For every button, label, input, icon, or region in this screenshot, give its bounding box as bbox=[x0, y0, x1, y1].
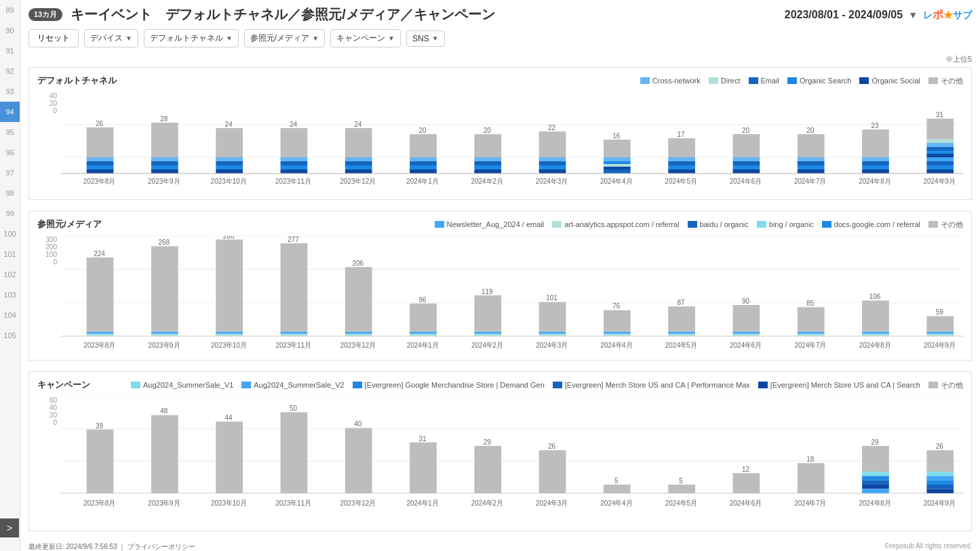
svg-rect-200 bbox=[474, 446, 501, 493]
svg-text:206: 206 bbox=[352, 259, 364, 267]
device-filter[interactable]: デバイス ▼ bbox=[84, 29, 138, 47]
date-arrow-icon[interactable]: ▼ bbox=[908, 9, 918, 20]
legend-email: Email bbox=[749, 77, 780, 85]
legend-docs: docs.google.com / referral bbox=[822, 220, 920, 228]
svg-rect-123 bbox=[216, 331, 243, 333]
svg-text:2024年9月: 2024年9月 bbox=[924, 178, 956, 185]
line-101: 101 bbox=[0, 244, 20, 264]
line-90: 90 bbox=[0, 20, 20, 41]
svg-rect-190 bbox=[151, 415, 178, 493]
chart2-dec2023: 206 bbox=[345, 259, 372, 336]
svg-text:2023年9月: 2023年9月 bbox=[148, 178, 180, 185]
svg-text:2024年7月: 2024年7月 bbox=[794, 178, 827, 185]
line-91: 91 bbox=[0, 41, 20, 61]
svg-rect-62 bbox=[668, 161, 695, 165]
logo: レポ★サブ bbox=[923, 7, 972, 22]
line-102: 102 bbox=[0, 264, 20, 285]
svg-text:2023年9月: 2023年9月 bbox=[148, 499, 180, 506]
svg-text:12: 12 bbox=[742, 466, 749, 473]
svg-rect-115 bbox=[87, 331, 114, 333]
reset-button[interactable]: リセット bbox=[28, 29, 79, 47]
svg-text:87: 87 bbox=[678, 299, 685, 307]
svg-rect-150 bbox=[668, 306, 695, 331]
svg-rect-15 bbox=[151, 169, 178, 174]
chart3-legend: Aug2024_SummerSale_V1 Aug2024_SummerSale… bbox=[131, 380, 963, 390]
svg-rect-88 bbox=[926, 150, 954, 154]
svg-rect-21 bbox=[216, 169, 243, 174]
chart3-body: 60 40 20 0 39 bbox=[37, 396, 963, 524]
svg-rect-219 bbox=[926, 450, 954, 472]
legend-organic-social: Organic Social bbox=[859, 77, 920, 85]
svg-rect-35 bbox=[410, 134, 437, 157]
channel-filter[interactable]: デフォルトチャネル ▼ bbox=[144, 29, 239, 47]
svg-rect-79 bbox=[862, 157, 889, 161]
svg-text:2024年6月: 2024年6月 bbox=[730, 341, 762, 349]
svg-text:2023年12月: 2023年12月 bbox=[340, 499, 375, 506]
svg-rect-168 bbox=[926, 334, 954, 336]
svg-rect-208 bbox=[733, 473, 760, 493]
svg-text:2024年9月: 2024年9月 bbox=[924, 341, 956, 349]
last-updated[interactable]: 最終更新日: 2024/9/6 7:56:53 ｜ プライバシーポリシー bbox=[28, 542, 195, 551]
svg-text:2024年1月: 2024年1月 bbox=[407, 499, 439, 506]
referral-filter[interactable]: 参照元/メディア ▼ bbox=[244, 29, 325, 47]
svg-rect-24 bbox=[281, 157, 308, 161]
chart3-apr2024: 5 bbox=[604, 477, 631, 493]
legend-perf-max: [Evergreen] Merch Store US and CA | Perf… bbox=[553, 381, 750, 389]
svg-rect-19 bbox=[216, 161, 243, 165]
svg-text:2024年7月: 2024年7月 bbox=[794, 499, 826, 506]
top5-note: ※上位5 bbox=[28, 54, 972, 64]
svg-rect-120 bbox=[151, 334, 178, 336]
svg-rect-224 bbox=[926, 489, 954, 493]
legend-summer-v1-color bbox=[131, 382, 140, 388]
svg-rect-192 bbox=[216, 422, 243, 493]
chart3-header: キャンペーン Aug2024_SummerSale_V1 Aug2024_Sum… bbox=[37, 379, 963, 391]
sidebar-toggle[interactable]: > bbox=[0, 518, 19, 537]
campaign-filter[interactable]: キャンペーン ▼ bbox=[330, 29, 401, 47]
legend-direct: Direct bbox=[709, 77, 741, 85]
chart1-legend: Cross-network Direct Email Organic Searc… bbox=[640, 76, 963, 86]
svg-rect-93 bbox=[926, 169, 954, 174]
svg-rect-188 bbox=[87, 430, 114, 493]
svg-text:50: 50 bbox=[290, 405, 297, 412]
date-range: 2023/08/01 - 2024/09/05 ▼ レポ★サブ bbox=[785, 7, 972, 22]
svg-rect-32 bbox=[345, 165, 372, 169]
svg-rect-68 bbox=[733, 161, 760, 165]
date-range-text: 2023/08/01 - 2024/09/05 bbox=[785, 9, 903, 21]
svg-text:2024年3月: 2024年3月 bbox=[536, 341, 568, 349]
svg-rect-212 bbox=[862, 446, 889, 472]
svg-text:2023年12月: 2023年12月 bbox=[340, 341, 376, 349]
legend-organic-search-color bbox=[787, 77, 797, 84]
svg-rect-217 bbox=[862, 489, 889, 493]
chart2-bars-wrapper: 224 268 288 bbox=[61, 236, 963, 353]
svg-text:2023年9月: 2023年9月 bbox=[149, 341, 180, 349]
svg-rect-41 bbox=[474, 134, 501, 157]
svg-rect-6 bbox=[87, 157, 114, 161]
svg-rect-147 bbox=[604, 331, 631, 333]
chart2-legend: Newsletter_Aug_2024 / email art-analytic… bbox=[435, 220, 963, 230]
svg-rect-81 bbox=[862, 165, 889, 169]
device-arrow-icon: ▼ bbox=[125, 35, 132, 42]
campaign-arrow-icon: ▼ bbox=[388, 35, 395, 42]
svg-text:119: 119 bbox=[482, 287, 493, 295]
line-100: 100 bbox=[0, 224, 20, 244]
legend-bing: bing / organic bbox=[757, 220, 814, 228]
svg-rect-132 bbox=[345, 334, 372, 336]
svg-text:31: 31 bbox=[418, 434, 426, 442]
svg-rect-140 bbox=[474, 334, 501, 336]
svg-text:2024年5月: 2024年5月 bbox=[665, 341, 697, 349]
chart2-may2024: 87 bbox=[668, 299, 695, 337]
svg-rect-60 bbox=[668, 138, 695, 157]
svg-text:26: 26 bbox=[96, 120, 103, 127]
svg-rect-196 bbox=[345, 428, 372, 493]
legend-organic-social-color bbox=[859, 77, 869, 84]
chart2-section: 参照元/メディア Newsletter_Aug_2024 / email art… bbox=[28, 211, 972, 361]
svg-rect-37 bbox=[410, 161, 437, 165]
svg-text:2024年8月: 2024年8月 bbox=[859, 499, 890, 506]
legend-search-color bbox=[758, 382, 768, 388]
legend-demand-gen-color bbox=[353, 382, 362, 388]
svg-rect-130 bbox=[345, 267, 372, 331]
svg-text:2024年3月: 2024年3月 bbox=[536, 178, 568, 185]
sns-filter[interactable]: SNS ▼ bbox=[406, 30, 445, 47]
svg-text:2023年11月: 2023年11月 bbox=[275, 341, 311, 349]
chart2-mar2024: 101 bbox=[539, 294, 566, 336]
